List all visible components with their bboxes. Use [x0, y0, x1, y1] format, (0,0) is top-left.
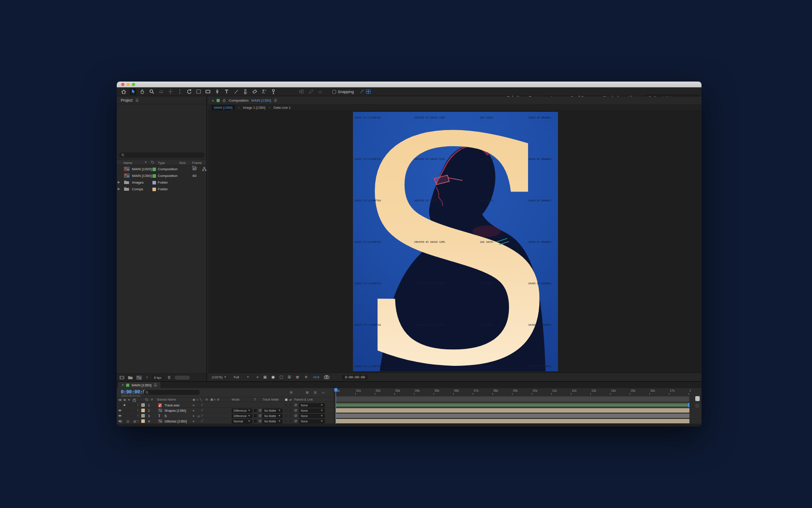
lock-column-icon[interactable] [132, 398, 136, 402]
layer-label-swatch[interactable] [141, 419, 145, 423]
scrollbar-thumb[interactable] [695, 396, 700, 401]
bit-depth-button[interactable]: 8 bpc [152, 376, 164, 380]
matte-pickwhip-icon[interactable]: @ [258, 419, 262, 422]
layer-label-swatch[interactable] [141, 414, 145, 418]
quality-icon[interactable]: ∕ [202, 414, 202, 418]
lock-icon[interactable] [222, 98, 226, 102]
layer-row[interactable]: › 2 T Shapes [1350] ⌖ ◎ ∕ Difference▼ @ … [117, 408, 334, 413]
eraser-tool-icon[interactable] [251, 88, 258, 95]
playhead[interactable] [336, 388, 336, 424]
composition-panel-tab[interactable]: × Composition MAIN [1350] ☰ [208, 97, 701, 105]
preserve-transparency-checkbox[interactable] [254, 409, 257, 412]
project-item-row[interactable]: ▶ MAIN [1350] Composition 60 [117, 172, 206, 179]
sort-arrow-icon[interactable]: ▼ [144, 161, 147, 164]
blend-mode-dropdown[interactable]: Normal▼ [232, 419, 252, 423]
mask-visibility-icon[interactable]: ▣ [263, 375, 267, 379]
parent-dropdown[interactable]: None▼ [299, 409, 325, 413]
orbit-camera-tool-icon[interactable] [158, 88, 164, 95]
parent-pickwhip-icon[interactable]: @ [294, 419, 297, 422]
scroll-pill[interactable] [175, 376, 190, 380]
blend-mode-dropdown[interactable]: Difference▼ [232, 409, 252, 413]
puppet-pin-tool-icon[interactable] [270, 88, 277, 95]
close-panel-icon[interactable]: × [122, 383, 124, 387]
column-t[interactable]: T [254, 398, 256, 401]
align-tool-icon[interactable] [298, 88, 305, 95]
snapshot-region-icon[interactable]: ⊞ [287, 375, 291, 379]
zoom-window-button[interactable] [132, 83, 135, 86]
close-panel-icon[interactable]: × [212, 98, 214, 103]
layer-twirl-icon[interactable]: › [137, 409, 138, 412]
trash-icon[interactable] [167, 375, 171, 380]
label-swatch[interactable] [152, 168, 156, 171]
preview-time[interactable]: 0:00:00:00 [342, 375, 368, 380]
effects-icon[interactable]: ◎ [197, 414, 200, 418]
pan-camera-tool-icon[interactable] [167, 88, 174, 95]
mask-expansion-icon[interactable] [358, 88, 365, 95]
twirl-icon[interactable]: ▶ [118, 187, 120, 191]
safe-margins-icon[interactable]: ⌖ [256, 375, 258, 380]
collapse-transformations-icon[interactable]: ⌖ [193, 409, 194, 413]
transparency-grid-icon[interactable]: ◉ [271, 375, 275, 379]
breadcrumb-item[interactable]: Image 1 [1350] [243, 106, 265, 110]
quality-icon[interactable]: ∕ [202, 403, 202, 407]
selection-tool-icon[interactable] [130, 88, 136, 95]
graph-editor-icon[interactable]: ▭ [322, 391, 325, 394]
toggle-modes-icon[interactable]: ▱ [289, 398, 291, 401]
layer-visibility-icon[interactable] [118, 414, 122, 418]
project-search-field[interactable] [119, 152, 205, 158]
time-ruler[interactable]: 0s01s02s03s04s05s06s07s08s09s10s11s12s13… [334, 388, 691, 396]
label-swatch[interactable] [152, 174, 156, 178]
layer-name[interactable]: Track.wav [164, 403, 180, 407]
interpret-footage-icon[interactable] [119, 376, 124, 380]
column-name[interactable]: Name [123, 161, 132, 165]
layer-name[interactable]: Shapes [1350] [164, 409, 186, 413]
expand-inout-icon[interactable]: ▩ [133, 420, 136, 423]
layer-label-swatch[interactable] [141, 409, 145, 412]
preserve-transparency-checkbox[interactable] [254, 420, 257, 422]
label-swatch[interactable] [152, 181, 156, 184]
matte-pickwhip-icon[interactable]: @ [258, 414, 262, 417]
panel-menu-icon[interactable]: ☰ [154, 383, 157, 387]
zoom-tool-icon[interactable] [148, 88, 155, 95]
panel-menu-icon[interactable]: ☰ [274, 98, 277, 102]
region-of-interest-icon[interactable]: ▢ [279, 375, 283, 379]
collapse-transformations-icon[interactable]: ⌖ [193, 419, 194, 424]
layer-name[interactable]: S [164, 414, 167, 418]
scroll-button[interactable] [695, 404, 699, 408]
breadcrumb-item[interactable]: Data Line 1 [274, 106, 291, 110]
snapping-toggle[interactable]: Snapping [332, 90, 354, 94]
column-parent-link[interactable]: Parent & Link [294, 398, 313, 401]
layer-duration-bar[interactable] [336, 419, 689, 423]
solo-column-icon[interactable]: ● [128, 398, 130, 401]
close-window-button[interactable] [121, 83, 124, 86]
breadcrumb-current[interactable]: MAIN [1350] [212, 105, 235, 110]
region-of-interest-icon[interactable] [195, 88, 202, 95]
new-composition-icon[interactable] [136, 376, 142, 380]
twirl-icon[interactable]: ▶ [118, 180, 120, 184]
timeline-search-field[interactable] [144, 390, 200, 395]
layer-duration-bar[interactable] [336, 408, 689, 413]
flowchart-icon[interactable] [202, 167, 207, 172]
layer-row[interactable]: › 3 T S ⌖ ◎ ∕ Difference▼ @ No Matte▼ [117, 413, 334, 418]
exposure-gear-icon[interactable] [304, 375, 308, 379]
pen-tool-icon[interactable] [214, 88, 221, 95]
track-matte-dropdown[interactable]: No Matte▼ [262, 409, 283, 413]
show-snapshot-icon[interactable]: ◌ [334, 375, 336, 379]
adjustment-icon[interactable]: ✧ [145, 375, 149, 380]
home-icon[interactable] [120, 88, 127, 95]
column-type[interactable]: Type [158, 161, 165, 165]
grid-guides-icon[interactable] [365, 88, 372, 95]
label-column-icon[interactable] [145, 398, 149, 402]
timeline-tab[interactable]: × MAIN [1350] ☰ [118, 382, 160, 388]
rectangle-tool-icon[interactable] [205, 88, 211, 95]
channel-icon[interactable] [295, 375, 299, 379]
preserve-transparency-checkbox[interactable] [254, 414, 257, 417]
hand-tool-icon[interactable] [139, 88, 146, 95]
video-column-icon[interactable] [118, 398, 122, 402]
quality-icon[interactable]: ∕ [202, 419, 202, 423]
parent-pickwhip-icon[interactable]: @ [294, 409, 297, 412]
label-swatch[interactable] [152, 188, 156, 191]
vertical-scrollbar[interactable] [695, 396, 700, 423]
work-area-bar[interactable] [336, 396, 689, 402]
collapse-transformations-icon[interactable]: ⌖ [193, 414, 194, 418]
